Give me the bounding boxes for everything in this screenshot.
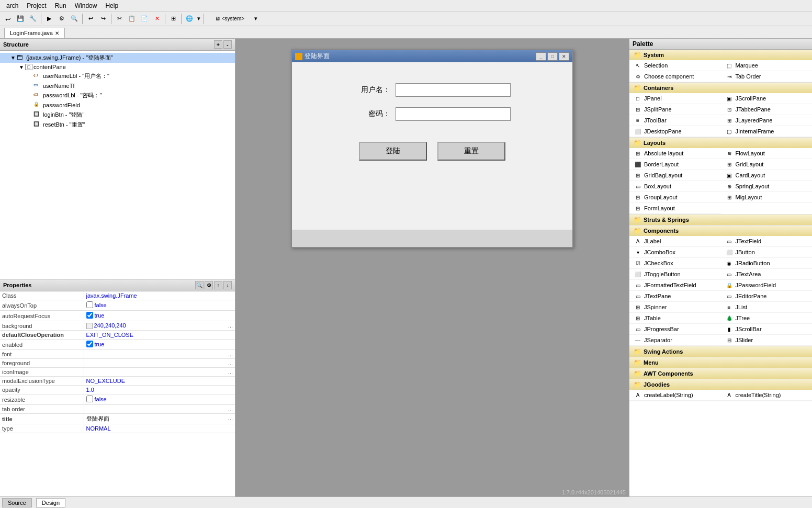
- props-btn-2[interactable]: ⚙: [205, 281, 213, 289]
- toolbar-btn-2[interactable]: 💾: [15, 13, 26, 25]
- iconimage-more-btn[interactable]: ...: [228, 369, 233, 375]
- prop-val-class[interactable]: javax.swing.JFrame: [84, 291, 235, 300]
- toolbar-btn-11[interactable]: 📄: [139, 13, 150, 25]
- props-btn-3[interactable]: ↑: [214, 281, 222, 289]
- palette-section-layouts-header[interactable]: 📁 Layouts: [629, 138, 812, 148]
- toolbar-btn-7[interactable]: ↩: [85, 13, 96, 25]
- prop-val-resizable[interactable]: false: [84, 394, 235, 405]
- prop-val-iconimage[interactable]: ...: [84, 368, 235, 377]
- palette-item-jtoolbar[interactable]: ≡ JToolBar: [629, 115, 721, 126]
- jframe-close-btn[interactable]: ✕: [559, 52, 569, 61]
- palette-item-jradiobutton[interactable]: ◉ JRadioButton: [721, 258, 813, 269]
- toolbar-btn-10[interactable]: 📋: [126, 13, 138, 25]
- menu-arch[interactable]: arch: [2, 1, 22, 10]
- palette-item-jprogressbar[interactable]: ▭ JProgressBar: [629, 324, 721, 335]
- menu-project[interactable]: Project: [22, 1, 50, 10]
- tree-arrow-jframe[interactable]: ▼: [10, 55, 17, 61]
- palette-item-jtree[interactable]: 🌲 JTree: [721, 313, 813, 324]
- palette-section-struts-header[interactable]: 📁 Struts & Springs: [629, 215, 812, 225]
- tree-item-resetbtn[interactable]: 🔲 resetBtn - "重置": [0, 120, 235, 130]
- bottom-tab-design[interactable]: Design: [36, 498, 65, 507]
- palette-item-jinternalframe[interactable]: ▢ JInternalFrame: [721, 126, 813, 137]
- toolbar-btn-1[interactable]: ⮐: [2, 13, 14, 25]
- palette-item-cardlayout[interactable]: ▣ CardLayout: [721, 170, 813, 181]
- palette-item-createtitle[interactable]: A createTitle(String): [721, 390, 813, 401]
- taborder-more-btn[interactable]: ...: [228, 406, 233, 412]
- palette-item-selection[interactable]: ↖ Selection: [629, 60, 721, 71]
- palette-section-swingactions-header[interactable]: 📁 Swing Actions: [629, 346, 812, 357]
- tree-item-jframe[interactable]: ▼ 🗔 (javax.swing.JFrame) - "登陆界面": [0, 53, 235, 63]
- palette-item-marquee[interactable]: ⬚ Marquee: [721, 60, 813, 71]
- palette-section-containers-header[interactable]: 📁 Containers: [629, 83, 812, 93]
- palette-item-grouplayout[interactable]: ⊟ GroupLayout: [629, 192, 721, 203]
- palette-item-gridbaglayout[interactable]: ⊞ GridBagLayout: [629, 170, 721, 181]
- tree-item-usernametf[interactable]: ▭ userNameTf: [0, 81, 235, 91]
- toolbar-btn-14[interactable]: 🌐: [184, 13, 195, 25]
- palette-section-system-header[interactable]: 📁 System: [629, 50, 812, 60]
- foreground-more-btn[interactable]: ...: [228, 360, 233, 366]
- menu-run[interactable]: Run: [51, 1, 71, 10]
- bottom-tab-source[interactable]: Source: [2, 498, 32, 507]
- palette-item-jtabbedpane[interactable]: ⊡ JTabbedPane: [721, 104, 813, 115]
- toolbar-btn-8[interactable]: ↪: [97, 13, 109, 25]
- palette-item-jcheckbox[interactable]: ☑ JCheckBox: [629, 258, 721, 269]
- palette-item-choose-component[interactable]: ⚙ Choose component: [629, 71, 721, 82]
- tab-close-icon[interactable]: ✕: [55, 30, 59, 36]
- font-more-btn[interactable]: ...: [228, 351, 233, 357]
- toolbar-btn-5[interactable]: ⚙: [56, 13, 67, 25]
- tree-item-passwordlbl[interactable]: 🏷 passwordLbl - "密码：": [0, 91, 235, 100]
- palette-item-jformattedtextfield[interactable]: ▭ JFormattedTextField: [629, 280, 721, 291]
- palette-item-jsplitpane[interactable]: ⊟ JSplitPane: [629, 104, 721, 115]
- palette-item-boxlayout[interactable]: ▭ BoxLayout: [629, 181, 721, 192]
- palette-item-jcombobox[interactable]: ▾ JComboBox: [629, 247, 721, 258]
- prop-val-taborder[interactable]: ...: [84, 405, 235, 414]
- toolbar-btn-12[interactable]: ✕: [151, 13, 163, 25]
- autorequestfocus-checkbox[interactable]: [86, 312, 93, 319]
- structure-btn-remove[interactable]: -: [223, 40, 232, 49]
- props-btn-1[interactable]: 🔍: [195, 281, 204, 289]
- toolbar-btn-13[interactable]: ⊞: [167, 13, 179, 25]
- password-input[interactable]: [396, 107, 511, 121]
- toolbar-btn-15[interactable]: 🖥 <system>: [206, 13, 253, 25]
- enabled-checkbox[interactable]: [86, 341, 93, 347]
- palette-item-jdesktoppane[interactable]: ⬜ JDesktopPane: [629, 126, 721, 137]
- username-input[interactable]: [396, 83, 511, 97]
- palette-item-jlayeredpane[interactable]: ⊞ JLayeredPane: [721, 115, 813, 126]
- background-more-btn[interactable]: ...: [228, 322, 233, 329]
- menu-window[interactable]: Window: [71, 1, 102, 10]
- prop-val-font[interactable]: ...: [84, 350, 235, 359]
- palette-item-jseparator[interactable]: — JSeparator: [629, 335, 721, 346]
- palette-item-jpasswordfield[interactable]: 🔒 JPasswordField: [721, 280, 813, 291]
- toolbar-btn-3[interactable]: 🔧: [27, 13, 39, 25]
- prop-val-background[interactable]: 240,240,240...: [84, 321, 235, 331]
- palette-item-jbutton[interactable]: ⬜ JButton: [721, 247, 813, 258]
- prop-val-title[interactable]: 登陆界面...: [84, 414, 235, 424]
- prop-val-autorequestfocus[interactable]: true: [84, 311, 235, 321]
- palette-item-jlabel[interactable]: A JLabel: [629, 236, 721, 247]
- palette-item-miglayout[interactable]: ⊞ MigLayout: [721, 192, 813, 203]
- tree-item-loginbtn[interactable]: 🔲 loginBtn - "登陆": [0, 110, 235, 120]
- prop-val-opacity[interactable]: 1.0: [84, 386, 235, 394]
- alwaysontop-checkbox[interactable]: [86, 301, 93, 308]
- props-btn-4[interactable]: ↓: [223, 281, 232, 289]
- tree-item-contentpane[interactable]: ▼ □ contentPane: [0, 63, 235, 71]
- palette-item-absolutelayout[interactable]: ⊞ Absolute layout: [629, 148, 721, 159]
- palette-item-jpanel[interactable]: □ JPanel: [629, 93, 721, 104]
- palette-item-tab-order[interactable]: ⇥ Tab Order: [721, 71, 813, 82]
- jframe-minimize-btn[interactable]: _: [536, 52, 546, 61]
- prop-val-foreground[interactable]: ...: [84, 359, 235, 368]
- palette-item-jslider[interactable]: ⊟ JSlider: [721, 335, 813, 346]
- prop-val-alwaysontop[interactable]: false: [84, 300, 235, 311]
- jframe-maximize-btn[interactable]: □: [547, 52, 558, 61]
- toolbar-btn-4[interactable]: ▶: [43, 13, 55, 25]
- tree-arrow-contentpane[interactable]: ▼: [19, 64, 25, 70]
- palette-item-gridlayout[interactable]: ⊞ GridLayout: [721, 159, 813, 170]
- palette-item-springlayout[interactable]: ⊕ SpringLayout: [721, 181, 813, 192]
- palette-item-borderlayout[interactable]: ⬛ BorderLayout: [629, 159, 721, 170]
- palette-item-jtextfield[interactable]: ▭ JTextField: [721, 236, 813, 247]
- menu-help[interactable]: Help: [101, 1, 122, 10]
- reset-button[interactable]: 重置: [437, 142, 505, 161]
- palette-item-createlabel[interactable]: A createLabel(String): [629, 390, 721, 401]
- resizable-checkbox[interactable]: [86, 396, 93, 402]
- palette-item-jtextarea[interactable]: ▭ JTextArea: [721, 269, 813, 280]
